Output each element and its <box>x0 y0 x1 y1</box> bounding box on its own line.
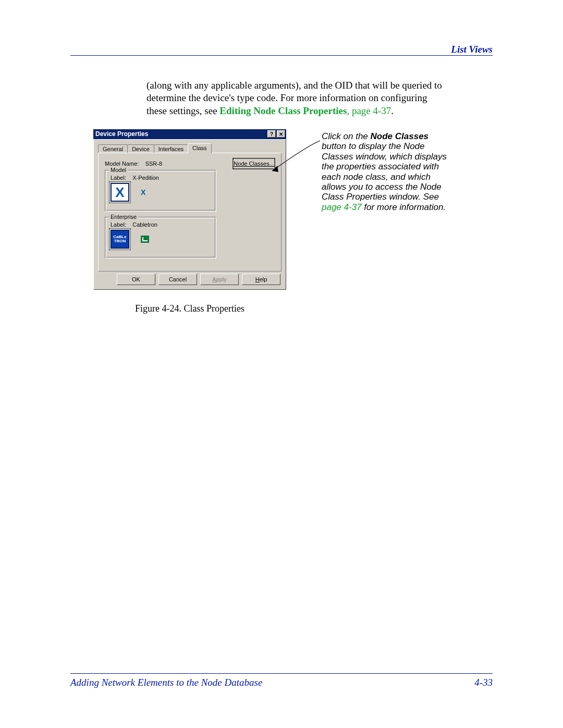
tab-general[interactable]: General <box>98 144 128 153</box>
cabletron-icon: CaBLe TRON <box>112 231 128 248</box>
model-label-prefix: Label: <box>111 175 126 181</box>
nc-btn-accel: N <box>234 161 238 167</box>
dialog-button-row: OK Cancel Apply Help <box>94 274 280 285</box>
footer-rule <box>70 673 493 674</box>
model-label-value: X-Pedition <box>132 175 159 181</box>
callout-page-ref[interactable]: page 4-37 <box>322 202 362 212</box>
group-enterprise: Enterprise Label: Cabletron CaBLe TRON <box>105 217 216 258</box>
enterprise-label-row: Label: Cabletron <box>111 221 157 228</box>
svg-marker-0 <box>272 166 278 172</box>
figure-caption: Figure 4-24. Class Properties <box>93 303 286 314</box>
enterprise-icon-large[interactable]: CaBLe TRON <box>111 230 129 249</box>
model-icon-large[interactable]: X <box>111 183 129 202</box>
enterprise-label-prefix: Label: <box>111 221 126 228</box>
group-model-legend: Model <box>109 167 128 173</box>
cancel-button[interactable]: Cancel <box>158 274 197 285</box>
footer-page-number: 4-33 <box>474 677 493 688</box>
footer-chapter-title: Adding Network Elements to the Node Data… <box>70 677 262 688</box>
model-icon-small[interactable]: X <box>141 188 145 196</box>
tab-class[interactable]: Class <box>188 143 212 153</box>
callout-t2: button to display the Node Classes windo… <box>322 141 447 202</box>
tab-panel-class: Model Name: SSR-8 Node Classes... Model … <box>98 153 282 272</box>
tab-device[interactable]: Device <box>127 144 154 153</box>
x-icon: X <box>115 184 124 201</box>
device-properties-dialog: Device Properties ? ✕ General Device Int… <box>93 129 286 290</box>
model-name-row: Model Name: SSR-8 <box>105 161 162 167</box>
ok-button[interactable]: OK <box>117 274 155 285</box>
callout-bold: Node Classes <box>371 131 429 141</box>
tab-strip: General Device Interfaces Class <box>98 143 211 153</box>
body-paragraph: (along with any applicable arguments), a… <box>146 79 443 117</box>
group-model: Model Label: X-Pedition X X <box>105 170 216 212</box>
para-end: . <box>391 105 394 116</box>
callout-arrow <box>268 134 325 176</box>
callout-t1: Click on the <box>322 131 371 141</box>
model-label-row: Label: X-Pedition <box>111 175 159 181</box>
enterprise-icon-small[interactable] <box>141 236 149 243</box>
model-name-value: SSR-8 <box>145 161 162 167</box>
link-page-ref[interactable]: , page 4-37 <box>347 105 391 116</box>
section-header: List Views <box>451 44 493 55</box>
apply-button: Apply <box>200 274 239 285</box>
model-name-label: Model Name: <box>105 161 139 167</box>
help-button[interactable]: Help <box>242 274 280 285</box>
dialog-titlebar[interactable]: Device Properties ? ✕ <box>93 129 286 139</box>
group-enterprise-legend: Enterprise <box>109 214 138 220</box>
callout-t3: for more information. <box>362 202 446 212</box>
dialog-body: General Device Interfaces Class Model Na… <box>93 139 286 290</box>
callout-text: Click on the Node Classes button to disp… <box>322 131 447 212</box>
tab-interfaces[interactable]: Interfaces <box>154 144 188 153</box>
enterprise-label-value: Cabletron <box>132 221 157 228</box>
header-rule <box>70 55 493 56</box>
link-editing-node-class[interactable]: Editing Node Class Properties <box>219 105 347 116</box>
dialog-title-text: Device Properties <box>95 129 148 139</box>
